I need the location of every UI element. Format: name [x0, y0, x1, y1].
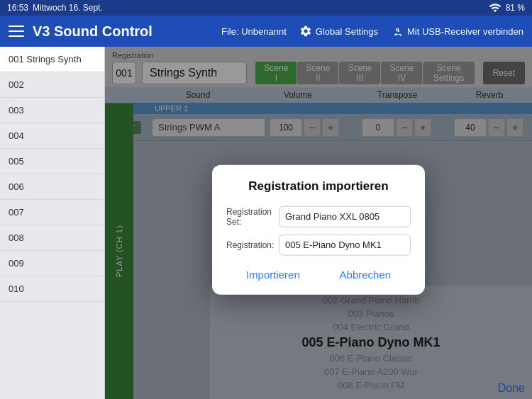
status-bar: 16:53 Mittwoch 16. Sept. 81 %: [0, 0, 532, 16]
sidebar-item-label: 006: [9, 181, 24, 192]
dialog-reg-set-row: Registration Set:: [226, 206, 411, 227]
sidebar-item-label: 003: [9, 105, 24, 116]
gear-icon: [299, 25, 312, 38]
sidebar-item-label: 005: [9, 156, 24, 167]
sidebar-item-label: 002: [9, 79, 24, 90]
cancel-button[interactable]: Abbrechen: [326, 265, 406, 283]
status-right: 81 %: [489, 1, 525, 14]
usb-icon: [391, 25, 404, 38]
main-area: 001 Strings Synth 002 003 004 005 006 00…: [0, 47, 532, 399]
reg-set-input[interactable]: [279, 206, 411, 227]
global-settings-label: Global Settings: [316, 26, 378, 37]
sidebar-item-009[interactable]: 009: [0, 251, 104, 276]
status-date: Mittwoch 16. Sept.: [33, 3, 103, 13]
global-settings-item[interactable]: Global Settings: [299, 25, 378, 38]
sidebar-item-005[interactable]: 005: [0, 149, 104, 174]
import-button[interactable]: Importieren: [232, 265, 314, 283]
status-left: 16:53 Mittwoch 16. Sept.: [7, 3, 103, 13]
sidebar: 001 Strings Synth 002 003 004 005 006 00…: [0, 47, 105, 399]
file-label: File: Unbenannt: [221, 26, 287, 37]
sidebar-item-010[interactable]: 010: [0, 276, 104, 302]
sidebar-item-label: 009: [9, 258, 24, 269]
menu-icon[interactable]: [9, 26, 24, 37]
sidebar-item-002[interactable]: 002: [0, 72, 104, 98]
reg-input[interactable]: [279, 234, 411, 255]
sidebar-item-007[interactable]: 007: [0, 200, 104, 225]
sidebar-item-label: 010: [9, 283, 24, 294]
import-dialog: Registration importieren Registration Se…: [212, 164, 425, 294]
sidebar-item-006[interactable]: 006: [0, 174, 104, 200]
dialog-reg-row: Registration:: [226, 234, 411, 255]
sidebar-item-003[interactable]: 003: [0, 98, 104, 123]
sidebar-item-label: 004: [9, 130, 24, 141]
sidebar-item-label: 007: [9, 207, 24, 218]
sidebar-item-008[interactable]: 008: [0, 225, 104, 251]
connect-item[interactable]: Mit USB-Receiver verbinden: [391, 25, 523, 38]
content-area: Registration 001 Strings Synth Scene I S…: [105, 47, 532, 399]
sidebar-item-label: 008: [9, 232, 24, 243]
reg-label: Registration:: [226, 240, 279, 249]
app-title: V3 Sound Control: [33, 23, 221, 40]
connect-label: Mit USB-Receiver verbinden: [407, 26, 523, 37]
header-right: File: Unbenannt Global Settings Mit USB-…: [221, 25, 523, 38]
header: V3 Sound Control File: Unbenannt Global …: [0, 16, 532, 47]
status-battery: 81 %: [506, 3, 525, 13]
sidebar-item-001[interactable]: 001 Strings Synth: [0, 47, 104, 72]
reg-set-label: Registration Set:: [226, 206, 279, 226]
status-time: 16:53: [7, 3, 28, 13]
sidebar-item-004[interactable]: 004: [0, 123, 104, 149]
sidebar-item-label: 001 Strings Synth: [9, 54, 82, 64]
dialog-actions: Importieren Abbrechen: [226, 265, 411, 283]
file-label-item: File: Unbenannt: [221, 26, 287, 37]
wifi-icon: [489, 1, 501, 14]
dialog-title: Registration importieren: [226, 179, 411, 193]
